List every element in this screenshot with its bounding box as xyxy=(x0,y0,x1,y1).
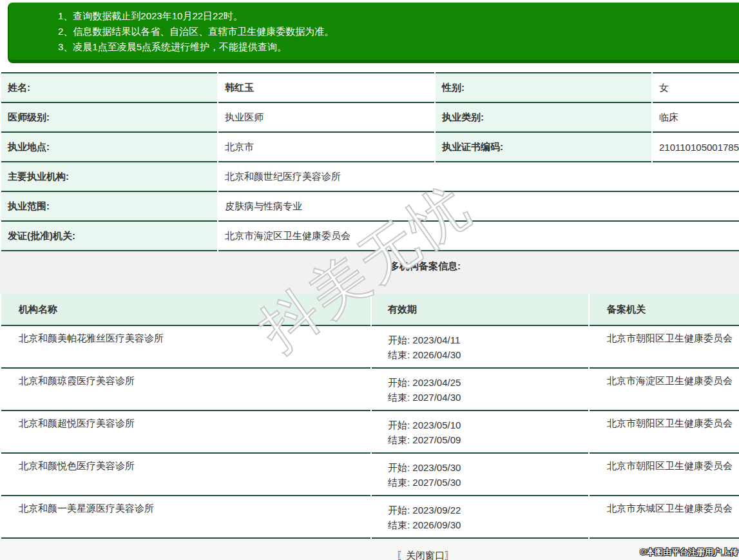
gender-label: 性别: xyxy=(436,72,651,103)
org-name-cell: 北京和颜悦色医疗美容诊所 xyxy=(1,454,370,496)
multi-org-section-title: 多机构备案信息: xyxy=(0,251,739,294)
authority-cell: 北京市东城区卫生健康委员会 xyxy=(590,496,739,539)
table-row: 北京和颜悦色医疗美容诊所 开始: 2023/05/30 结束: 2027/05/… xyxy=(1,454,739,496)
notice-banner: 1、查询数据截止到2023年10月22日22时。 2、信息数据结果以各省、自治区… xyxy=(8,3,739,63)
validity-start: 开始: 2023/04/25 xyxy=(388,375,588,390)
gender-value: 女 xyxy=(653,72,739,103)
authority-cell: 北京市朝阳区卫生健康委员会 xyxy=(590,454,739,496)
name-label: 姓名: xyxy=(1,72,217,103)
validity-cell: 开始: 2023/04/25 结束: 2027/04/30 xyxy=(372,369,588,411)
cert-no-value: 210110105001785 xyxy=(653,133,739,162)
multi-org-table: 机构名称 有效期 备案机关 北京和颜美帕花雅丝医疗美容诊所 开始: 2023/0… xyxy=(0,294,739,539)
col-header-authority: 备案机关 xyxy=(590,294,739,326)
location-label: 执业地点: xyxy=(1,133,217,162)
page: 1、查询数据截止到2023年10月22日22时。 2、信息数据结果以各省、自治区… xyxy=(0,3,739,560)
table-row: 发证(批准)机关: 北京市海淀区卫生健康委员会 xyxy=(1,222,739,251)
org-name-cell: 北京和颜美帕花雅丝医疗美容诊所 xyxy=(1,326,370,369)
table-header-row: 机构名称 有效期 备案机关 xyxy=(1,294,739,326)
table-row: 执业范围: 皮肤病与性病专业 xyxy=(1,192,739,222)
org-name-cell: 北京和颜超悦医疗美容诊所 xyxy=(1,411,370,454)
notice-line-2: 2、信息数据结果以各省、自治区、直辖市卫生健康委数据为准。 xyxy=(58,24,739,39)
cert-no-label: 执业证书编码: xyxy=(436,133,651,162)
table-row: 姓名: 韩红玉 性别: 女 xyxy=(1,72,739,103)
validity-cell: 开始: 2023/04/11 结束: 2026/04/30 xyxy=(372,326,588,369)
table-row: 北京和颜超悦医疗美容诊所 开始: 2023/05/10 结束: 2027/05/… xyxy=(1,411,739,454)
notice-line-1: 1、查询数据截止到2023年10月22日22时。 xyxy=(58,8,739,24)
validity-end: 结束: 2027/05/30 xyxy=(388,475,588,490)
table-row: 北京和颜美帕花雅丝医疗美容诊所 开始: 2023/04/11 结束: 2026/… xyxy=(1,326,739,369)
footer-bar: 〖关闭窗口〗 xyxy=(0,539,739,560)
org-name-cell: 北京和颜琼霞医疗美容诊所 xyxy=(1,369,370,411)
level-value: 执业医师 xyxy=(218,103,434,133)
validity-start: 开始: 2023/05/30 xyxy=(388,460,588,475)
category-label: 执业类别: xyxy=(436,103,651,133)
table-row: 主要执业机构: 北京和颜世纪医疗美容诊所 xyxy=(1,162,739,192)
validity-start: 开始: 2023/04/11 xyxy=(388,333,588,347)
table-row: 北京和颜一美星源医疗美容诊所 开始: 2023/09/22 结束: 2026/0… xyxy=(1,496,739,539)
col-header-org-name: 机构名称 xyxy=(1,294,370,326)
table-row: 医师级别: 执业医师 执业类别: 临床 xyxy=(1,103,739,133)
validity-end: 结束: 2026/09/30 xyxy=(388,517,588,532)
table-row: 北京和颜琼霞医疗美容诊所 开始: 2023/04/25 结束: 2027/04/… xyxy=(1,369,739,411)
validity-cell: 开始: 2023/05/30 结束: 2027/05/30 xyxy=(372,454,588,496)
col-header-validity: 有效期 xyxy=(372,294,588,326)
validity-end: 结束: 2026/04/30 xyxy=(388,347,588,362)
notice-line-3: 3、凌晨1点至凌晨5点系统进行维护，不能提供查询。 xyxy=(58,39,739,55)
org-name-cell: 北京和颜一美星源医疗美容诊所 xyxy=(1,496,370,539)
authority-cell: 北京市朝阳区卫生健康委员会 xyxy=(590,411,739,454)
validity-end: 结束: 2027/04/30 xyxy=(388,390,588,405)
authority-cell: 北京市朝阳区卫生健康委员会 xyxy=(590,326,739,369)
validity-end: 结束: 2027/05/09 xyxy=(388,432,588,447)
authority-cell: 北京市海淀区卫生健康委员会 xyxy=(590,369,739,411)
doctor-info-table: 姓名: 韩红玉 性别: 女 医师级别: 执业医师 执业类别: 临床 执业地点: … xyxy=(0,72,739,251)
primary-org-label: 主要执业机构: xyxy=(1,162,217,192)
table-row: 执业地点: 北京市 执业证书编码: 210110105001785 xyxy=(1,133,739,162)
level-label: 医师级别: xyxy=(1,103,217,133)
close-window-link[interactable]: 〖关闭窗口〗 xyxy=(396,550,454,560)
validity-start: 开始: 2023/05/10 xyxy=(388,418,588,432)
category-value: 临床 xyxy=(653,103,739,133)
validity-cell: 开始: 2023/05/10 结束: 2027/05/09 xyxy=(372,411,588,454)
name-value: 韩红玉 xyxy=(218,72,434,103)
location-value: 北京市 xyxy=(218,133,434,162)
scope-value: 皮肤病与性病专业 xyxy=(218,192,739,222)
validity-cell: 开始: 2023/09/22 结束: 2026/09/30 xyxy=(372,496,588,539)
issuer-label: 发证(批准)机关: xyxy=(1,222,217,251)
issuer-value: 北京市海淀区卫生健康委员会 xyxy=(218,222,739,251)
validity-start: 开始: 2023/09/22 xyxy=(388,503,588,517)
upload-watermark: ©本图由平台注册用户上传 xyxy=(640,546,738,558)
primary-org-value: 北京和颜世纪医疗美容诊所 xyxy=(218,162,739,192)
scope-label: 执业范围: xyxy=(1,192,217,222)
